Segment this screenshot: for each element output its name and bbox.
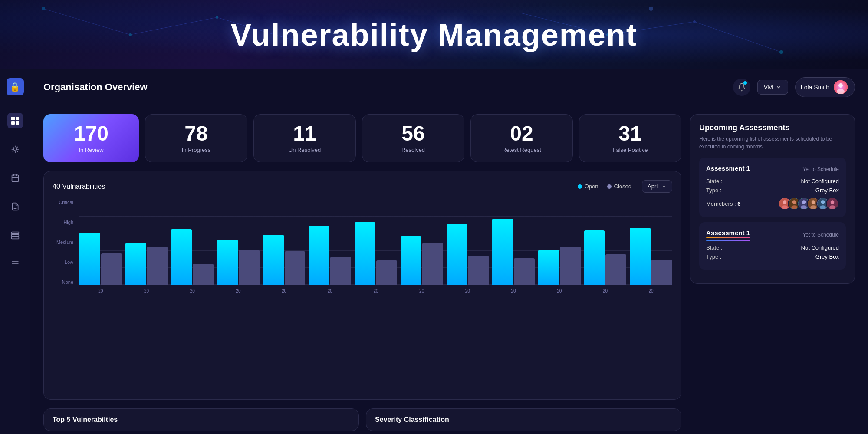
type-value-2: Grey Box [815,253,839,260]
notification-button[interactable] [733,79,750,96]
assessment-state-row-2: State : Not Configured [706,244,839,251]
bottom-cards: Top 5 Vulnerabilties Severity Classifica… [43,408,681,431]
bar-cyan-10 [538,250,559,285]
stat-label-false-positive: False Positive [613,147,648,153]
svg-line-1 [130,17,217,35]
sidebar: 🔒 [0,69,30,434]
bar-group-0: 20 [79,233,122,295]
svg-rect-16 [11,121,15,125]
header-banner: Vulnerability Management [0,0,868,69]
bar-x-label-3: 20 [236,289,240,293]
assessments-title: Upcoming Assessments [699,123,846,132]
svg-rect-14 [11,117,15,120]
bar-purple-12 [651,260,672,285]
assessment-header-2: Assessment 1 Yet to Schedule [706,229,839,240]
svg-rect-15 [16,117,19,120]
svg-point-45 [810,205,816,209]
sidebar-item-calendar[interactable] [7,170,23,186]
bar-group-10: 20 [538,247,581,295]
svg-point-48 [820,205,826,209]
notification-badge [743,81,747,85]
closed-label: Closed [614,183,631,190]
sidebar-item-documents[interactable] [7,199,23,214]
bar-purple-5 [330,257,351,285]
svg-rect-17 [16,121,19,125]
svg-point-41 [802,200,806,204]
bar-cyan-3 [217,240,238,285]
chart-label: Vulnarabilities [62,183,105,190]
state-label-2: State : [706,244,723,251]
bar-purple-11 [605,254,626,285]
user-badge[interactable]: Lola Smith [795,77,855,97]
sidebar-item-servers[interactable] [7,227,23,243]
bar-cyan-2 [171,229,192,285]
left-column: 170 In Review 78 In Progress 11 Un Resol… [43,114,681,431]
bar-purple-4 [285,251,306,285]
bars-area: 20202020202020202020202020 [79,200,672,295]
vm-dropdown[interactable]: VM [757,80,788,95]
bar-purple-3 [239,250,260,285]
bar-x-label-4: 20 [282,289,286,293]
assessment-card-1: Assessment 1 Yet to Schedule State : Not… [699,158,846,217]
dashboard-grid: 170 In Review 78 In Progress 11 Un Resol… [30,105,868,434]
svg-point-35 [783,200,787,204]
chart-count: 40 [53,183,60,190]
svg-point-18 [13,148,16,151]
chart-legend: Open Closed [578,183,631,190]
open-label: Open [585,183,598,190]
bar-group-3: 20 [217,240,260,295]
svg-rect-26 [11,234,19,236]
open-dot [578,184,582,189]
members-label-1: Memebers : [706,201,737,207]
bar-cyan-11 [584,230,605,285]
severity-classification-card: Severity Classification [366,408,681,431]
bar-purple-2 [193,264,214,285]
month-dropdown[interactable]: April [642,180,672,193]
bar-cyan-5 [309,226,329,285]
svg-point-36 [782,205,788,209]
bar-x-label-12: 20 [649,289,654,293]
stat-label-in-progress: In Progress [182,147,210,153]
state-value-1: Not Configured [801,178,839,184]
sidebar-item-list[interactable] [7,256,23,272]
user-name: Lola Smith [801,84,829,91]
assessment-type-row-2: Type : Grey Box [706,253,839,260]
bar-x-label-0: 20 [98,289,103,293]
stat-card-unresolved: 11 Un Resolved [253,114,356,162]
stat-label-resolved: Resolved [401,147,425,153]
type-label-1: Type : [706,187,721,194]
members-count-1: 6 [737,201,740,207]
svg-point-13 [649,7,653,11]
content-area: Organisation Overview VM Lola Smith [30,69,868,434]
sidebar-item-bugs[interactable] [7,141,23,157]
bar-group-1: 20 [125,243,168,295]
bar-group-5: 20 [309,226,351,295]
type-label-2: Type : [706,253,721,260]
y-axis: Critical High Medium Low None [53,200,78,295]
page-title: Vulnerability Management [230,17,638,53]
y-label-medium: Medium [53,240,73,245]
bar-purple-8 [468,256,489,285]
bar-group-12: 20 [630,228,672,295]
bar-x-label-9: 20 [511,289,516,293]
svg-point-7 [216,16,218,19]
avatar-stack-1 [778,197,839,210]
severity-title: Severity Classification [375,416,672,424]
y-label-low: Low [53,260,73,265]
bar-x-label-6: 20 [373,289,378,293]
bar-purple-10 [560,247,581,285]
assessment-name-1: Assessment 1 [706,164,750,174]
bar-group-8: 20 [447,224,489,295]
svg-point-10 [693,20,696,23]
sidebar-item-dashboard[interactable] [7,113,23,128]
assessment-status-1: Yet to Schedule [802,166,839,172]
svg-point-39 [791,205,797,209]
stat-number-in-progress: 78 [184,123,207,144]
bar-cyan-6 [355,222,375,285]
bar-cyan-7 [401,236,421,285]
bar-group-11: 20 [584,230,627,295]
svg-rect-25 [11,232,19,234]
svg-line-0 [43,9,130,35]
legend-open: Open [578,183,598,190]
svg-point-12 [779,50,783,54]
